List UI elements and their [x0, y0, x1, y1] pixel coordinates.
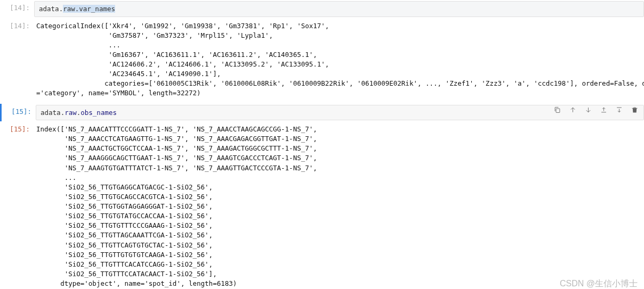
svg-rect-0	[556, 109, 560, 113]
input-prompt: [15]:	[2, 105, 36, 121]
code-cell-15-output: [15]: Index(['NS_7_AAACATTTCCCGGATT-1-NS…	[0, 121, 644, 289]
copy-icon[interactable]	[553, 106, 561, 114]
insert-above-icon[interactable]	[600, 106, 608, 114]
cell-toolbar	[553, 106, 639, 114]
code-input[interactable]: adata.raw.var_names	[34, 1, 644, 17]
insert-below-icon[interactable]	[615, 106, 623, 114]
arrow-down-icon[interactable]	[584, 106, 592, 114]
input-prompt: [14]:	[0, 1, 34, 17]
output-prompt: [15]:	[0, 122, 34, 289]
code-cell-15-input: [15]: adata.raw.obs_names	[0, 104, 644, 122]
output-prompt: [14]:	[0, 19, 34, 103]
code-cell-14-output: [14]: CategoricalIndex(['Xkr4', 'Gm1992'…	[0, 18, 644, 104]
output-text: CategoricalIndex(['Xkr4', 'Gm1992', 'Gm1…	[34, 19, 644, 103]
code-input[interactable]: adata.raw.obs_names	[36, 105, 644, 121]
output-text: Index(['NS_7_AAACATTTCCCGGATT-1-NS_7', '…	[34, 122, 644, 289]
code-cell-14-input: [14]: adata.raw.var_names	[0, 0, 644, 18]
arrow-up-icon[interactable]	[569, 106, 577, 114]
trash-icon[interactable]	[631, 106, 639, 114]
